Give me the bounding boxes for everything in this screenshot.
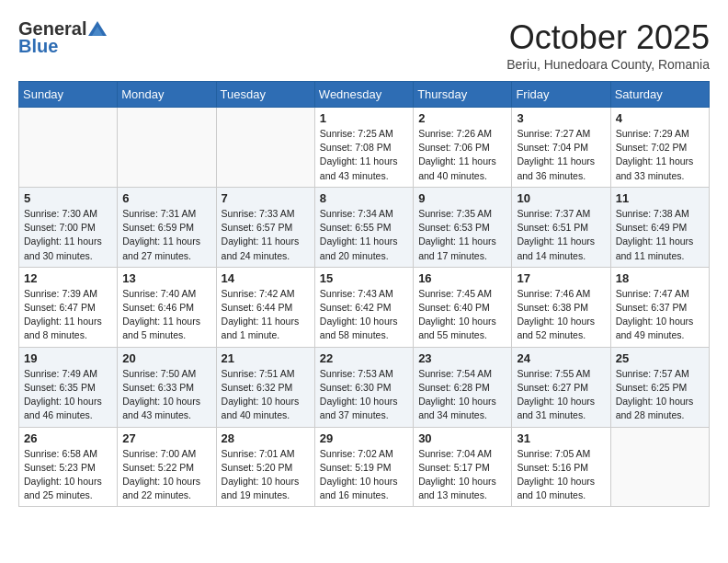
day-info: Sunrise: 7:51 AM Sunset: 6:32 PM Dayligh… bbox=[222, 367, 310, 423]
calendar-cell: 3Sunrise: 7:27 AM Sunset: 7:04 PM Daylig… bbox=[512, 108, 610, 188]
logo-icon bbox=[88, 21, 107, 36]
day-info: Sunrise: 7:43 AM Sunset: 6:42 PM Dayligh… bbox=[320, 287, 408, 343]
day-number: 26 bbox=[24, 431, 112, 445]
calendar-cell: 8Sunrise: 7:34 AM Sunset: 6:55 PM Daylig… bbox=[314, 187, 413, 267]
day-info: Sunrise: 7:31 AM Sunset: 6:59 PM Dayligh… bbox=[122, 207, 210, 263]
day-info: Sunrise: 7:39 AM Sunset: 6:47 PM Dayligh… bbox=[24, 287, 112, 343]
day-info: Sunrise: 7:01 AM Sunset: 5:20 PM Dayligh… bbox=[222, 447, 310, 503]
day-number: 13 bbox=[122, 271, 210, 285]
calendar-cell bbox=[610, 427, 709, 507]
calendar-cell: 10Sunrise: 7:37 AM Sunset: 6:51 PM Dayli… bbox=[512, 187, 610, 267]
calendar-cell: 19Sunrise: 7:49 AM Sunset: 6:35 PM Dayli… bbox=[19, 347, 118, 427]
calendar-cell: 7Sunrise: 7:33 AM Sunset: 6:57 PM Daylig… bbox=[216, 187, 314, 267]
day-number: 18 bbox=[616, 271, 704, 285]
day-number: 12 bbox=[24, 271, 112, 285]
day-info: Sunrise: 7:54 AM Sunset: 6:28 PM Dayligh… bbox=[418, 367, 506, 423]
day-info: Sunrise: 7:53 AM Sunset: 6:30 PM Dayligh… bbox=[320, 367, 408, 423]
calendar-cell: 15Sunrise: 7:43 AM Sunset: 6:42 PM Dayli… bbox=[314, 267, 413, 347]
calendar-cell: 6Sunrise: 7:31 AM Sunset: 6:59 PM Daylig… bbox=[118, 187, 216, 267]
calendar-cell: 1Sunrise: 7:25 AM Sunset: 7:08 PM Daylig… bbox=[314, 108, 413, 188]
calendar-cell: 25Sunrise: 7:57 AM Sunset: 6:25 PM Dayli… bbox=[610, 347, 709, 427]
weekday-header-wednesday: Wednesday bbox=[314, 82, 413, 108]
calendar-row-4: 26Sunrise: 6:58 AM Sunset: 5:23 PM Dayli… bbox=[19, 427, 710, 507]
calendar-cell: 18Sunrise: 7:47 AM Sunset: 6:37 PM Dayli… bbox=[610, 267, 709, 347]
calendar-cell: 14Sunrise: 7:42 AM Sunset: 6:44 PM Dayli… bbox=[216, 267, 314, 347]
calendar-cell: 31Sunrise: 7:05 AM Sunset: 5:16 PM Dayli… bbox=[512, 427, 610, 507]
calendar-row-2: 12Sunrise: 7:39 AM Sunset: 6:47 PM Dayli… bbox=[19, 267, 710, 347]
weekday-header-saturday: Saturday bbox=[610, 82, 709, 108]
calendar-cell: 16Sunrise: 7:45 AM Sunset: 6:40 PM Dayli… bbox=[414, 267, 512, 347]
day-number: 8 bbox=[320, 191, 408, 205]
weekday-header-monday: Monday bbox=[118, 82, 216, 108]
weekday-header-thursday: Thursday bbox=[414, 82, 512, 108]
calendar-cell: 27Sunrise: 7:00 AM Sunset: 5:22 PM Dayli… bbox=[118, 427, 216, 507]
calendar-row-1: 5Sunrise: 7:30 AM Sunset: 7:00 PM Daylig… bbox=[19, 187, 710, 267]
day-number: 2 bbox=[418, 111, 506, 125]
day-number: 29 bbox=[320, 431, 408, 445]
calendar-cell: 29Sunrise: 7:02 AM Sunset: 5:19 PM Dayli… bbox=[314, 427, 413, 507]
day-number: 7 bbox=[222, 191, 310, 205]
day-number: 19 bbox=[24, 351, 112, 365]
calendar-cell: 4Sunrise: 7:29 AM Sunset: 7:02 PM Daylig… bbox=[610, 108, 709, 188]
day-info: Sunrise: 7:26 AM Sunset: 7:06 PM Dayligh… bbox=[418, 127, 506, 183]
day-info: Sunrise: 7:49 AM Sunset: 6:35 PM Dayligh… bbox=[24, 367, 112, 423]
day-info: Sunrise: 7:05 AM Sunset: 5:16 PM Dayligh… bbox=[517, 447, 605, 503]
day-number: 15 bbox=[320, 271, 408, 285]
weekday-header-friday: Friday bbox=[512, 82, 610, 108]
calendar-cell: 9Sunrise: 7:35 AM Sunset: 6:53 PM Daylig… bbox=[414, 187, 512, 267]
logo-blue-text: Blue bbox=[18, 36, 58, 57]
day-info: Sunrise: 7:57 AM Sunset: 6:25 PM Dayligh… bbox=[616, 367, 704, 423]
day-info: Sunrise: 7:33 AM Sunset: 6:57 PM Dayligh… bbox=[222, 207, 310, 263]
calendar-cell: 24Sunrise: 7:55 AM Sunset: 6:27 PM Dayli… bbox=[512, 347, 610, 427]
calendar-cell: 5Sunrise: 7:30 AM Sunset: 7:00 PM Daylig… bbox=[19, 187, 118, 267]
day-info: Sunrise: 6:58 AM Sunset: 5:23 PM Dayligh… bbox=[24, 447, 112, 503]
logo: General Blue bbox=[18, 18, 107, 57]
day-info: Sunrise: 7:02 AM Sunset: 5:19 PM Dayligh… bbox=[320, 447, 408, 503]
day-number: 1 bbox=[320, 111, 408, 125]
day-info: Sunrise: 7:40 AM Sunset: 6:46 PM Dayligh… bbox=[122, 287, 210, 343]
calendar-row-0: 1Sunrise: 7:25 AM Sunset: 7:08 PM Daylig… bbox=[19, 108, 710, 188]
day-number: 4 bbox=[616, 111, 704, 125]
day-number: 30 bbox=[418, 431, 506, 445]
calendar-table: SundayMondayTuesdayWednesdayThursdayFrid… bbox=[18, 81, 710, 507]
calendar-cell: 12Sunrise: 7:39 AM Sunset: 6:47 PM Dayli… bbox=[19, 267, 118, 347]
calendar-cell: 26Sunrise: 6:58 AM Sunset: 5:23 PM Dayli… bbox=[19, 427, 118, 507]
day-number: 28 bbox=[222, 431, 310, 445]
calendar-cell: 11Sunrise: 7:38 AM Sunset: 6:49 PM Dayli… bbox=[610, 187, 709, 267]
day-info: Sunrise: 7:55 AM Sunset: 6:27 PM Dayligh… bbox=[517, 367, 605, 423]
day-info: Sunrise: 7:00 AM Sunset: 5:22 PM Dayligh… bbox=[122, 447, 210, 503]
month-title: October 2025 bbox=[506, 18, 710, 57]
weekday-header-tuesday: Tuesday bbox=[216, 82, 314, 108]
day-info: Sunrise: 7:35 AM Sunset: 6:53 PM Dayligh… bbox=[418, 207, 506, 263]
day-number: 3 bbox=[517, 111, 605, 125]
day-info: Sunrise: 7:46 AM Sunset: 6:38 PM Dayligh… bbox=[517, 287, 605, 343]
day-number: 23 bbox=[418, 351, 506, 365]
calendar-cell: 21Sunrise: 7:51 AM Sunset: 6:32 PM Dayli… bbox=[216, 347, 314, 427]
calendar-cell: 30Sunrise: 7:04 AM Sunset: 5:17 PM Dayli… bbox=[414, 427, 512, 507]
day-number: 10 bbox=[517, 191, 605, 205]
calendar-header: General Blue October 2025 Beriu, Hunedoa… bbox=[18, 18, 710, 72]
day-info: Sunrise: 7:29 AM Sunset: 7:02 PM Dayligh… bbox=[616, 127, 704, 183]
day-number: 20 bbox=[122, 351, 210, 365]
day-number: 5 bbox=[24, 191, 112, 205]
day-info: Sunrise: 7:45 AM Sunset: 6:40 PM Dayligh… bbox=[418, 287, 506, 343]
calendar-cell: 17Sunrise: 7:46 AM Sunset: 6:38 PM Dayli… bbox=[512, 267, 610, 347]
day-number: 17 bbox=[517, 271, 605, 285]
day-number: 25 bbox=[616, 351, 704, 365]
calendar-row-3: 19Sunrise: 7:49 AM Sunset: 6:35 PM Dayli… bbox=[19, 347, 710, 427]
calendar-cell: 13Sunrise: 7:40 AM Sunset: 6:46 PM Dayli… bbox=[118, 267, 216, 347]
day-number: 24 bbox=[517, 351, 605, 365]
calendar-cell: 20Sunrise: 7:50 AM Sunset: 6:33 PM Dayli… bbox=[118, 347, 216, 427]
day-info: Sunrise: 7:37 AM Sunset: 6:51 PM Dayligh… bbox=[517, 207, 605, 263]
day-number: 31 bbox=[517, 431, 605, 445]
day-number: 6 bbox=[122, 191, 210, 205]
calendar-cell: 2Sunrise: 7:26 AM Sunset: 7:06 PM Daylig… bbox=[414, 108, 512, 188]
calendar-cell: 22Sunrise: 7:53 AM Sunset: 6:30 PM Dayli… bbox=[314, 347, 413, 427]
day-info: Sunrise: 7:47 AM Sunset: 6:37 PM Dayligh… bbox=[616, 287, 704, 343]
calendar-cell bbox=[118, 108, 216, 188]
calendar-cell: 23Sunrise: 7:54 AM Sunset: 6:28 PM Dayli… bbox=[414, 347, 512, 427]
day-number: 22 bbox=[320, 351, 408, 365]
location-subtitle: Beriu, Hunedoara County, Romania bbox=[506, 57, 710, 72]
day-number: 21 bbox=[222, 351, 310, 365]
calendar-cell bbox=[19, 108, 118, 188]
